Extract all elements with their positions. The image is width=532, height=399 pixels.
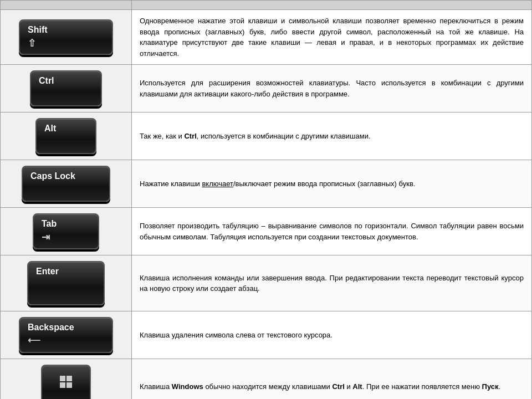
description-cell-ctrl: Используется для расширения возможностей…	[132, 65, 532, 112]
table-row: Caps LockНажатие клавиши включает/выключ…	[1, 160, 532, 208]
table-row: TabПозволяет производить табуляцию – выр…	[1, 208, 532, 255]
table-row: ShiftОдновременное нажатие этой клавиши …	[1, 10, 532, 65]
column-header-key	[1, 1, 132, 10]
description-cell-windows: Клавиша Windows обычно находится между к…	[132, 359, 532, 400]
description-cell-backspace: Клавиша удаления символа слева от тексто…	[132, 311, 532, 359]
description-cell-shift: Одновременное нажатие этой клавиши и сим…	[132, 10, 532, 65]
key-cell-ctrl: Ctrl	[1, 65, 132, 112]
key-cell-alt: Alt	[1, 112, 132, 160]
table-row: CtrlИспользуется для расширения возможно…	[1, 65, 532, 112]
key-cell-tab: Tab	[1, 208, 132, 255]
description-cell-enter: Клавиша исполнения команды или завершени…	[132, 255, 532, 311]
description-cell-tab: Позволяет производить табуляцию – выравн…	[132, 208, 532, 255]
table-row: BackspaceКлавиша удаления символа слева …	[1, 311, 532, 359]
key-cell-backspace: Backspace	[1, 311, 132, 359]
description-cell-capslock: Нажатие клавиши включает/выключает режим…	[132, 160, 532, 208]
key-cell-enter: Enter	[1, 255, 132, 311]
key-cell-capslock: Caps Lock	[1, 160, 132, 208]
key-cell-shift: Shift	[1, 10, 132, 65]
column-header-action	[132, 1, 532, 10]
description-cell-alt: Так же, как и Ctrl, используется в комби…	[132, 112, 532, 160]
table-row: AltТак же, как и Ctrl, используется в ко…	[1, 112, 532, 160]
table-row: Клавиша Windows обычно находится между к…	[1, 359, 532, 400]
key-cell-windows	[1, 359, 132, 400]
table-row: EnterКлавиша исполнения команды или заве…	[1, 255, 532, 311]
